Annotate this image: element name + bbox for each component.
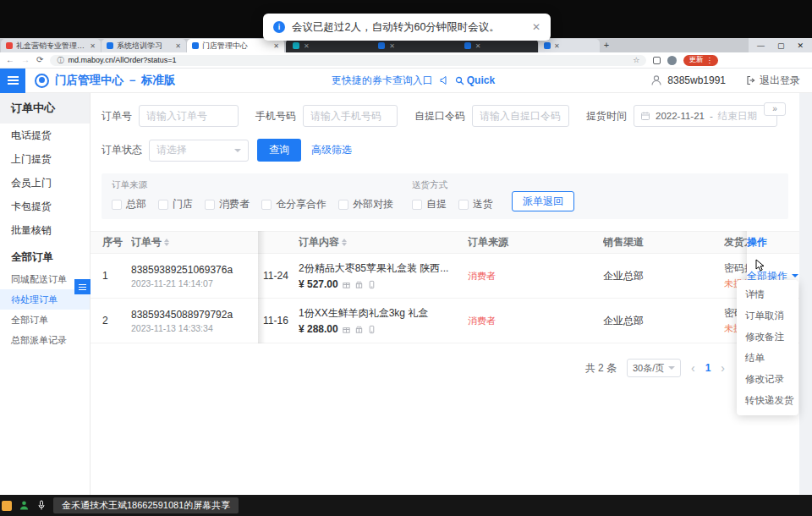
toast-close-icon[interactable]: ✕ xyxy=(532,21,540,33)
menu-item-cancel-order[interactable]: 订单取消 xyxy=(737,305,798,327)
sidebar-item-member-visit[interactable]: 会员上门 xyxy=(0,171,90,195)
coupon-query-link[interactable]: 更快捷的券卡查询入口 xyxy=(332,74,433,88)
sidebar-item-order-center[interactable]: 订单中心 xyxy=(0,93,90,124)
window-maximize-button[interactable]: ▢ xyxy=(777,41,785,50)
order-no-input[interactable] xyxy=(139,105,239,127)
sidebar-item-all-orders[interactable]: 全部订单 xyxy=(0,310,90,330)
order-no-cell: 83859389251069376a 2023-11-21 14:14:07 xyxy=(131,264,258,288)
pickup-code-input[interactable] xyxy=(472,105,569,127)
menu-item-details[interactable]: 详情 xyxy=(737,284,798,305)
date-start-value[interactable]: 2022-11-21 xyxy=(656,111,705,121)
prev-page-button[interactable]: ‹ xyxy=(691,361,695,375)
sidebar-collapse-toggle[interactable] xyxy=(74,279,91,294)
tab-favicon xyxy=(107,42,113,49)
dispatch-return-button[interactable]: 派单退回 xyxy=(512,191,574,211)
order-price: ¥ 527.00 xyxy=(299,278,338,290)
ime-icon[interactable] xyxy=(2,501,12,511)
menu-item-convert-express[interactable]: 转快递发货 xyxy=(737,390,798,411)
announcement-icon[interactable] xyxy=(439,75,449,85)
date-end-placeholder[interactable]: 结束日期 xyxy=(718,110,757,123)
browser-profile-avatar[interactable] xyxy=(667,56,677,65)
sidebar-item-door-pickup[interactable]: 上门提货 xyxy=(0,147,90,171)
page-number-1[interactable]: 1 xyxy=(705,362,711,374)
quick-search-button[interactable]: Quick xyxy=(455,74,495,86)
new-tab-button[interactable]: + xyxy=(600,39,613,52)
browser-tab-2[interactable]: 系统培训学习 ✕ xyxy=(102,39,186,52)
page-size-select[interactable]: 30条/页 xyxy=(627,359,681,377)
menu-item-edit-history[interactable]: 修改记录 xyxy=(737,369,798,390)
reload-button[interactable]: ⟳ xyxy=(36,56,43,64)
order-row-2[interactable]: 2 83859345088979792a 2023-11-13 14:33:34… xyxy=(91,299,799,343)
header-content[interactable]: 订单内容 xyxy=(299,235,468,250)
checkbox-consumer[interactable]: 消费者 xyxy=(205,197,250,211)
pickup-date: 11-24 xyxy=(258,270,299,282)
checkbox-delivery[interactable]: 送货 xyxy=(458,197,493,211)
sidebar-section-all-orders[interactable]: 全部订单 xyxy=(0,245,90,269)
browser-update-button[interactable]: 更新⋮ xyxy=(683,55,718,66)
extensions-icon[interactable] xyxy=(653,57,661,64)
sidebar-item-batch-verify[interactable]: 批量核销 xyxy=(0,218,90,242)
url-bar[interactable]: ⓘ md.maboy.cn/AllOrder?status=1 ☆ xyxy=(50,55,646,66)
screen-share-bar: 金禾通技术王斌18662591081的屏幕共享 xyxy=(0,495,812,516)
header-delivery: 发货方式 xyxy=(724,235,747,250)
order-row-1[interactable]: 1 83859389251069376a 2023-11-21 14:14:07… xyxy=(91,254,799,299)
browser-tab-4[interactable]: ✕ xyxy=(293,42,359,50)
logout-button[interactable]: 退出登录 xyxy=(746,74,800,88)
microphone-icon[interactable] xyxy=(36,500,47,511)
tab-close-icon[interactable]: ✕ xyxy=(304,42,310,50)
phone-input[interactable] xyxy=(303,105,398,127)
header-order-no[interactable]: 订单号 xyxy=(131,235,258,250)
checkbox-external[interactable]: 外部对接 xyxy=(338,197,393,211)
source-badge: 消费者 xyxy=(468,271,496,281)
checkbox-self-pickup[interactable]: 自提 xyxy=(412,197,447,211)
sidebar-item-hq-dispatch-records[interactable]: 总部派单记录 xyxy=(0,330,90,350)
window-minimize-button[interactable]: — xyxy=(757,41,765,50)
order-content-cell: 1份XX生鲜羊肉礼盒3kg 礼盒 ¥ 288.00 xyxy=(299,306,468,335)
tab-close-icon[interactable]: ✕ xyxy=(554,42,560,50)
site-info-icon[interactable]: ⓘ xyxy=(57,56,63,65)
tab-close-icon[interactable]: ✕ xyxy=(175,42,181,50)
collapse-panel-button[interactable]: » xyxy=(764,102,786,116)
user-icon xyxy=(650,74,662,86)
browser-tab-6[interactable]: ✕ xyxy=(464,42,531,50)
url-text[interactable]: md.maboy.cn/AllOrder?status=1 xyxy=(68,56,628,64)
sort-icon[interactable] xyxy=(164,239,169,246)
toast-text: 会议已超过2人，自动转为60分钟限时会议。 xyxy=(292,20,500,35)
checkbox-warehouse-share[interactable]: 仓分享合作 xyxy=(261,197,326,211)
tab-close-icon[interactable]: ✕ xyxy=(389,42,395,50)
sidebar-toggle-button[interactable] xyxy=(0,69,25,93)
page-size-value: 30条/页 xyxy=(633,362,664,375)
bookmark-star-icon[interactable]: ☆ xyxy=(633,56,639,64)
forward-button[interactable]: → xyxy=(21,56,30,64)
search-button[interactable]: 查询 xyxy=(257,139,301,162)
header-channel: 销售渠道 xyxy=(603,235,724,250)
menu-item-settle[interactable]: 结单 xyxy=(737,348,798,369)
sort-icon[interactable] xyxy=(342,239,347,246)
browser-tab-1[interactable]: 礼盒营销专业管理中心 ✕ xyxy=(1,39,101,52)
sidebar-item-phone-pickup[interactable]: 电话提货 xyxy=(0,124,90,147)
browser-tab-7[interactable]: ✕ xyxy=(539,39,600,52)
browser-tab-active[interactable]: 门店管理中心 ✕ xyxy=(187,39,284,52)
pickup-date-range-picker[interactable]: 2022-11-21 - 结束日期 xyxy=(634,105,777,127)
date-separator: - xyxy=(710,111,713,121)
checkbox-store[interactable]: 门店 xyxy=(158,197,193,211)
window-close-button[interactable]: ✕ xyxy=(797,41,804,50)
tab-close-icon[interactable]: ✕ xyxy=(90,42,96,50)
delivery-method: 密码提货 xyxy=(724,261,747,276)
browser-menu-icon[interactable]: ⋮ xyxy=(705,56,713,64)
browser-tab-5[interactable]: ✕ xyxy=(378,42,445,50)
back-button[interactable]: ← xyxy=(6,56,14,64)
sidebar-item-card-pickup[interactable]: 卡包提货 xyxy=(0,195,90,218)
order-status-select[interactable]: 请选择 xyxy=(149,140,249,162)
username[interactable]: 8385wb1991 xyxy=(667,74,726,86)
advanced-filter-link[interactable]: 高级筛选 xyxy=(311,143,352,157)
tab-close-icon[interactable]: ✕ xyxy=(273,42,279,50)
checkbox-hq[interactable]: 总部 xyxy=(112,197,146,211)
next-page-button[interactable]: › xyxy=(721,361,725,375)
header-user-area: 8385wb1991 退出登录 xyxy=(650,74,800,88)
checkbox-icon xyxy=(261,200,272,210)
tab-label: 门店管理中心 xyxy=(202,41,270,52)
tab-close-icon[interactable]: ✕ xyxy=(475,42,481,50)
menu-item-edit-note[interactable]: 修改备注 xyxy=(737,327,798,348)
sales-channel: 企业总部 xyxy=(603,314,724,328)
